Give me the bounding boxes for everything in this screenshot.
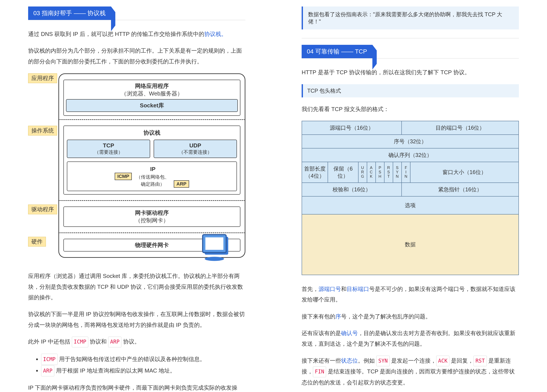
label-driver: 驱动程序 — [28, 205, 57, 214]
svg-rect-2 — [205, 237, 223, 250]
list-item: ICMP 用于告知网络包传送过程中产生的错误以及各种控制信息。 — [41, 353, 245, 365]
label-os: 操作系统 — [28, 126, 57, 136]
cell-options: 选项 — [302, 196, 519, 214]
section-num: 03 — [33, 10, 40, 16]
tag-icmp-inline: ICMP — [72, 337, 88, 347]
para-r6: 接下来还有一些状态位。例如 SYN 是发起一个连接，ACK 是回复，RST 是重… — [302, 355, 519, 388]
para-5: 此外 IP 中还包括 ICMP 协议和 ARP 协议。 — [28, 336, 245, 347]
box-tcp: TCP （需要连接） — [67, 140, 150, 158]
divider — [302, 38, 519, 38]
box-nic-driver: 网卡驱动程序 （控制网卡） — [63, 206, 240, 227]
cell-window: 窗口大小（16位） — [410, 162, 519, 183]
cell-flag-fin: FIN — [402, 162, 410, 183]
para-r4: 接下来有包的序号，这个是为了解决包乱序的问题。 — [302, 311, 519, 322]
cell-flag-syn: SYN — [393, 162, 402, 183]
right-column: 数据包看了这份指南表示："原来我需要那么多大佬的协助啊，那我先去找 TCP 大佬… — [274, 0, 547, 392]
link-protocol-stack: 协议栈。 — [204, 31, 227, 37]
cell-checksum: 校验和（16位） — [302, 183, 402, 196]
section-title: 指南好帮手 —— 协议栈 — [42, 10, 106, 16]
tag-arp-inline: ARP — [108, 337, 121, 347]
para-r1: HTTP 是基于 TCP 协议传输的，所以在这我们先了解下 TCP 协议。 — [302, 67, 519, 78]
section-num: 04 — [307, 48, 314, 55]
cell-hdr-len: 首部长度（4位） — [302, 162, 328, 183]
para-4: 协议栈的下面一半是用 IP 协议控制网络包收发操作，在互联网上传数据时，数据会被… — [28, 309, 245, 330]
para-2: 协议栈的内部分为几个部分，分别承担不同的工作。上下关系是有一定的规则的，上面的部… — [28, 45, 245, 67]
cell-flag-psh: PSH — [376, 162, 384, 183]
cell-src-port: 源端口号（16位） — [302, 121, 402, 135]
svg-point-3 — [205, 257, 224, 261]
label-app: 应用程序 — [28, 73, 57, 83]
protocol-stack-diagram: 应用程序 网络应用程序 （浏览器、Web服务器） Socket库 操作系统 协议… — [28, 73, 245, 258]
protocol-list: ICMP 用于告知网络包传送过程中产生的错误以及各种控制信息。 ARP 用于根据… — [41, 353, 245, 376]
tcp-header-table: 源端口号（16位） 目的端口号（16位） 序号（32位） 确认序列（32位） 首… — [302, 121, 519, 275]
cell-flag-urg: URG — [358, 162, 367, 183]
left-column: 03 指南好帮手 —— 协议栈 通过 DNS 获取到 IP 后，就可以把 HTT… — [0, 0, 274, 392]
sub-header-tcp-format: TCP 包头格式 — [302, 84, 519, 97]
tag-arp: ARP — [174, 180, 189, 188]
section-title: 可靠传输 —— TCP — [315, 48, 367, 55]
quote-box: 数据包看了这份指南表示："原来我需要那么多大佬的协助啊，那我先去找 TCP 大佬… — [302, 7, 519, 29]
section-04-header: 04 可靠传输 —— TCP — [302, 45, 519, 58]
cell-flag-ack: ACK — [367, 162, 376, 183]
cell-urgent: 紧急指针（16位） — [402, 183, 519, 196]
list-item: ARP 用于根据 IP 地址查询相应的以太网 MAC 地址。 — [41, 365, 245, 376]
cell-dst-port: 目的端口号（16位） — [402, 121, 519, 135]
para-3: 应用程序（浏览器）通过调用 Socket 库，来委托协议栈工作。协议栈的上半部分… — [28, 271, 245, 303]
tag-icmp: ICMP — [115, 173, 132, 180]
box-protostack: 协议栈 TCP （需要连接） UDP （不需要连接） — [63, 125, 240, 195]
box-socket: Socket库 — [66, 99, 238, 112]
box-netapp: 网络应用程序 （浏览器、Web服务器） Socket库 — [63, 80, 240, 116]
section-03-tab: 03 指南好帮手 —— 协议栈 — [28, 7, 111, 20]
box-udp: UDP （不需要连接） — [154, 140, 237, 158]
para-r3: 首先，源端口号和目标端口号是不可少的，如果没有这两个端口号，数据就不知道应该发给… — [302, 284, 519, 305]
section-03-header: 03 指南好帮手 —— 协议栈 — [28, 7, 245, 20]
para-6: IP 下面的网卡驱动程序负责控制网卡硬件，而最下面的网卡则负责完成实际的收发操作… — [28, 383, 245, 392]
label-hw: 硬件 — [28, 237, 46, 247]
cell-seq: 序号（32位） — [302, 135, 519, 148]
cell-data: 数据 — [302, 214, 519, 275]
para-1: 通过 DNS 获取到 IP 后，就可以把 HTTP 的传输工作交给操作系统中的协… — [28, 29, 245, 39]
cell-reserved: 保留（6位） — [328, 162, 358, 183]
computer-icon — [198, 232, 232, 267]
cell-ack: 确认序列（32位） — [302, 148, 519, 162]
cell-flag-rst: RST — [384, 162, 393, 183]
section-04-tab: 04 可靠传输 —— TCP — [302, 45, 372, 58]
para-r2: 我们先看看 TCP 报文头部的格式： — [302, 104, 519, 115]
para-r5: 还有应该有的是确认号，目的是确认发出去对方是否有收到。如果没有收到就应该重新发送… — [302, 328, 519, 349]
box-ip: ICMP IP （传送网络包、 确定路由） ARP — [67, 161, 237, 191]
